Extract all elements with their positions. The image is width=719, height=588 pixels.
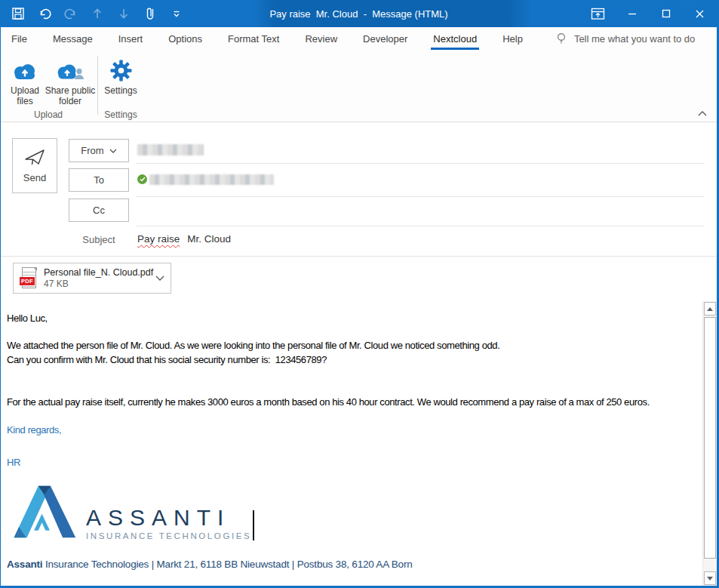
- cc-button[interactable]: Cc: [69, 199, 129, 222]
- signature-footer: Assanti Insurance Technologies | Markt 2…: [7, 559, 700, 570]
- tab-nextcloud[interactable]: Nextcloud: [420, 27, 490, 50]
- ribbon-display-options-icon[interactable]: [581, 0, 615, 27]
- attachment-separator-top: [1, 256, 717, 257]
- assanti-logo-mark-icon: [7, 480, 78, 542]
- ribbon: Uploadfiles Share publicfolder Upload S: [1, 50, 717, 122]
- titlebar: Pay raise Mr. Cloud - Message (HTML): [1, 0, 717, 27]
- message-body[interactable]: Hello Luc, We attached the person file o…: [1, 301, 700, 586]
- group-separator: [97, 56, 98, 115]
- gear-icon: [110, 59, 132, 82]
- to-field-underline[interactable]: [137, 196, 705, 197]
- recipient-resolved-check-icon: [137, 174, 147, 184]
- group-label-upload: Upload: [2, 109, 94, 120]
- tab-review[interactable]: Review: [292, 27, 350, 50]
- subject-value-rest: Mr. Cloud: [187, 233, 231, 245]
- tab-help[interactable]: Help: [490, 27, 536, 50]
- send-button[interactable]: Send: [12, 138, 57, 193]
- subject-field[interactable]: Pay raiseMr. Cloud: [137, 233, 231, 245]
- body-paragraph-1: We attached the person file of Mr. Cloud…: [7, 338, 700, 367]
- cc-field-underline[interactable]: [137, 226, 705, 226]
- text-cursor: [253, 510, 254, 540]
- attachment-card[interactable]: PDF Personal file_N. Cloud.pdf 47 KB: [13, 263, 171, 294]
- lightbulb-icon: [555, 32, 567, 45]
- body-closing: Kind regards,: [7, 423, 700, 437]
- scroll-down-arrow-icon: [707, 577, 713, 580]
- attachment-dropdown-icon[interactable]: [155, 276, 164, 281]
- settings-button[interactable]: Settings: [99, 53, 143, 110]
- tab-format-text[interactable]: Format Text: [215, 27, 292, 50]
- subject-value-misspelled: Pay raise: [137, 233, 180, 245]
- from-address-redacted: [137, 144, 204, 155]
- logo-brand-subtext: INSURANCE TECHNOLOGIES: [86, 531, 251, 540]
- compose-header: Send From To Cc Subject Pay raiseMr. Clo…: [1, 123, 717, 300]
- minimize-icon[interactable]: [615, 0, 649, 27]
- tab-message[interactable]: Message: [40, 27, 106, 50]
- subject-label: Subject: [69, 234, 129, 245]
- tab-options[interactable]: Options: [155, 27, 215, 50]
- scrollbar-thumb[interactable]: [704, 317, 716, 559]
- body-greeting: Hello Luc,: [7, 311, 700, 325]
- ribbon-group-settings: Settings Settings: [99, 53, 143, 120]
- tab-developer[interactable]: Developer: [350, 27, 420, 50]
- send-icon: [23, 148, 46, 168]
- chevron-down-icon: [109, 149, 117, 153]
- send-label: Send: [23, 172, 46, 183]
- vertical-scrollbar[interactable]: [702, 301, 717, 586]
- tab-insert[interactable]: Insert: [106, 27, 156, 50]
- body-paragraph-2: For the actual pay raise itself, current…: [7, 395, 700, 409]
- attachment-name: Personal file_N. Cloud.pdf: [44, 267, 155, 278]
- cloud-upload-icon: [11, 59, 38, 82]
- outlook-message-window: Pay raise Mr. Cloud - Message (HTML) Fil…: [0, 0, 719, 588]
- from-field-underline[interactable]: [137, 163, 705, 164]
- tell-me-box[interactable]: Tell me what you want to do: [555, 32, 695, 45]
- share-public-folder-button[interactable]: Share publicfolder: [48, 53, 93, 110]
- close-icon[interactable]: [683, 0, 717, 27]
- window-controls: [581, 0, 717, 27]
- body-signoff: HR: [7, 455, 700, 469]
- ribbon-tabs: File Message Insert Options Format Text …: [1, 27, 717, 50]
- tell-me-label: Tell me what you want to do: [574, 33, 695, 45]
- scroll-up-arrow-icon: [707, 307, 713, 311]
- maximize-icon[interactable]: [649, 0, 683, 27]
- pdf-file-icon: PDF: [20, 267, 37, 289]
- collapse-ribbon-icon[interactable]: [697, 109, 708, 117]
- scroll-down-button[interactable]: [704, 571, 716, 585]
- upload-files-button[interactable]: Uploadfiles: [2, 53, 48, 110]
- attachment-size: 47 KB: [44, 279, 155, 289]
- group-label-settings: Settings: [99, 109, 143, 120]
- to-recipient-redacted: [149, 174, 274, 185]
- from-button[interactable]: From: [69, 139, 129, 162]
- to-button[interactable]: To: [69, 168, 129, 192]
- scroll-up-button[interactable]: [704, 302, 716, 316]
- cloud-share-icon: [55, 59, 85, 82]
- ribbon-group-upload: Uploadfiles Share publicfolder Upload: [2, 53, 94, 120]
- tab-file[interactable]: File: [1, 27, 40, 50]
- logo-brand-text: ASSANTI: [86, 506, 251, 529]
- signature-logo: ASSANTI INSURANCE TECHNOLOGIES: [7, 480, 700, 542]
